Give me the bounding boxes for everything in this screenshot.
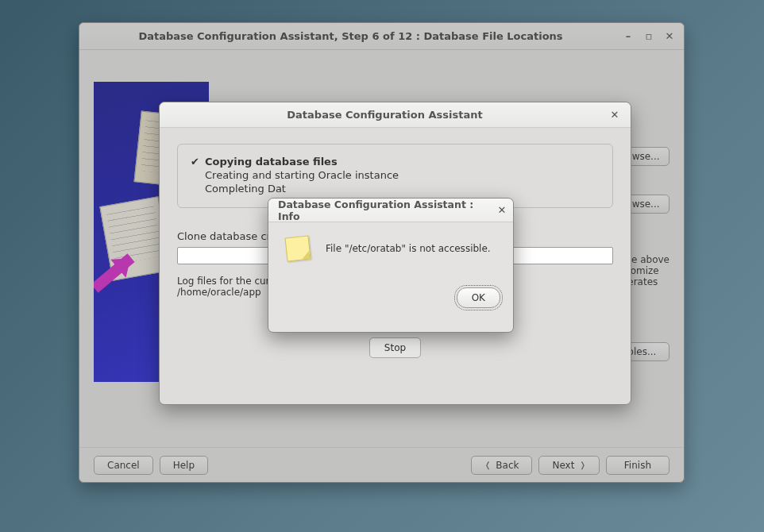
info-message: File "/etc/oratab" is not accessible. [326, 243, 491, 254]
minimize-button[interactable]: – [620, 29, 636, 44]
main-titlebar: Database Configuration Assistant, Step 6… [79, 23, 684, 50]
arrow-left-icon: ❬ [484, 461, 491, 469]
progress-dialog-title: Database Configuration Assistant [168, 109, 602, 121]
maximize-button[interactable]: ▫ [641, 29, 657, 44]
info-dialog-title: Database Configuration Assistant : Info [278, 199, 489, 222]
back-button[interactable]: ❬Back [471, 456, 533, 475]
info-titlebar: Database Configuration Assistant : Info … [268, 199, 513, 222]
stop-button[interactable]: Stop [369, 337, 421, 358]
checkmark-icon: ✔ [191, 156, 200, 168]
finish-button[interactable]: Finish [606, 456, 669, 475]
ok-button[interactable]: OK [457, 287, 500, 308]
arrow-right-icon: ❭ [579, 461, 585, 469]
progress-close-button[interactable]: ✕ [607, 107, 623, 123]
note-icon [285, 236, 311, 262]
info-close-button[interactable]: ✕ [494, 202, 510, 218]
progress-step-3: Completing Dat [191, 183, 600, 195]
info-body: File "/etc/oratab" is not accessible. OK [268, 222, 513, 332]
wizard-footer: Cancel Help ❬Back Next❭ Finish [79, 447, 684, 482]
progress-step-1: ✔ Copying database files [191, 156, 600, 168]
next-button[interactable]: Next❭ [538, 456, 599, 475]
main-window-title: Database Configuration Assistant, Step 6… [86, 30, 615, 42]
close-button[interactable]: ✕ [662, 29, 677, 44]
info-dialog: Database Configuration Assistant : Info … [268, 198, 514, 333]
help-button[interactable]: Help [160, 456, 208, 475]
progress-step-2: Creating and starting Oracle instance [191, 169, 600, 181]
cancel-button[interactable]: Cancel [94, 456, 153, 475]
progress-titlebar: Database Configuration Assistant ✕ [160, 102, 631, 128]
